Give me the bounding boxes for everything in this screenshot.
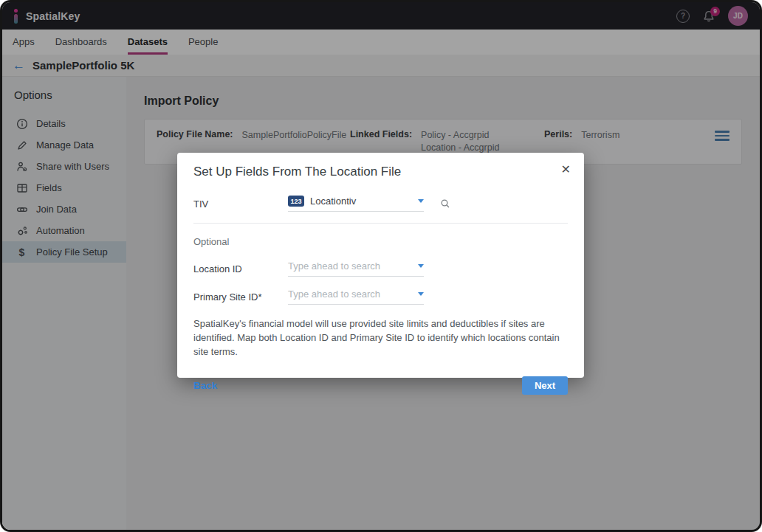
modal-help-text: SpatialKey's financial model will use pr…: [193, 317, 568, 359]
close-icon[interactable]: ✕: [561, 162, 571, 176]
tiv-dropdown[interactable]: 123 Locationtiv: [288, 196, 424, 212]
modal-title: Set Up Fields From The Location File: [193, 165, 568, 179]
chevron-down-icon: [418, 264, 424, 268]
divider: [193, 223, 568, 224]
location-id-placeholder: Type ahead to search: [288, 260, 380, 272]
primary-site-id-placeholder: Type ahead to search: [288, 289, 380, 300]
tiv-label: TIV: [193, 198, 288, 210]
numeric-type-badge: 123: [288, 196, 304, 207]
location-id-dropdown[interactable]: Type ahead to search: [288, 260, 424, 277]
app-window: SpatialKey ? 9 JD Apps Dashboards Datase…: [0, 0, 762, 532]
tiv-value: Locationtiv: [310, 196, 356, 207]
search-icon: [440, 198, 450, 209]
back-button[interactable]: Back: [193, 380, 217, 391]
primary-site-id-dropdown[interactable]: Type ahead to search: [288, 289, 424, 305]
location-id-label: Location ID: [193, 263, 288, 274]
primary-site-id-label: Primary Site ID*: [193, 291, 288, 303]
optional-section-label: Optional: [193, 236, 568, 247]
chevron-down-icon: [418, 292, 424, 296]
chevron-down-icon: [418, 199, 424, 203]
next-button[interactable]: Next: [522, 376, 568, 395]
search-button[interactable]: [440, 198, 450, 209]
setup-fields-modal: Set Up Fields From The Location File ✕ T…: [177, 153, 584, 378]
